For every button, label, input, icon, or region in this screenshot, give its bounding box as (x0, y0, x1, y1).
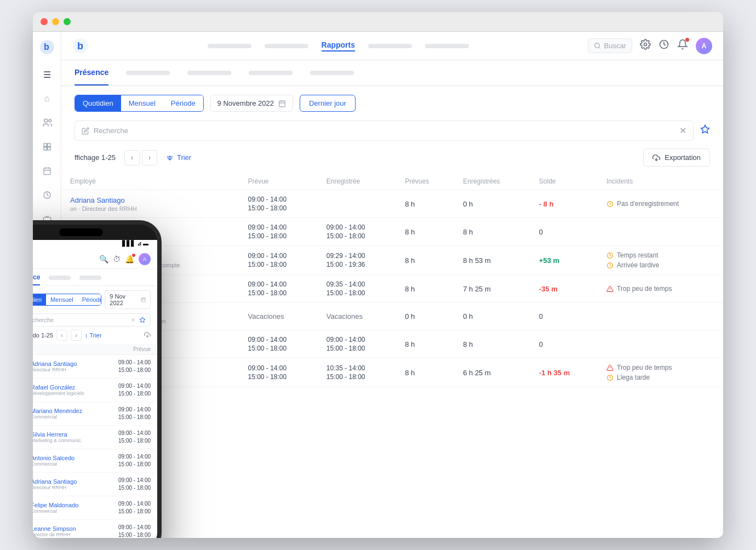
incident-item: Temps restant (606, 251, 714, 259)
sort-icon (166, 154, 174, 162)
phone-date-value: 9 Nov 2022 (110, 293, 138, 306)
phone-signal: ▋▋▋ ⊿ ▬ (122, 240, 148, 247)
user-avatar[interactable]: A (696, 38, 712, 54)
prevue-times: 09:00 - 14:0015:00 - 18:00 (248, 364, 308, 381)
incident-text: Trop peu de temps (617, 364, 672, 371)
search-field[interactable]: Recherche ✕ (75, 121, 694, 141)
svg-marker-27 (701, 125, 709, 133)
sidebar-item-home[interactable]: ⌂ (37, 89, 57, 108)
timer-icon[interactable] (658, 39, 669, 53)
date-picker[interactable]: 9 Novembre 2022 (210, 95, 293, 112)
phone-prev-button[interactable]: ‹ (56, 330, 67, 341)
incident-item: Arrivée tardive (606, 261, 714, 269)
nav-link-rapports[interactable]: Rapports (322, 41, 355, 51)
phone-tab-presence[interactable]: Présence (33, 273, 40, 285)
phone-date-picker[interactable]: 9 Nov 2022 (105, 290, 151, 309)
phone-notification-icon[interactable]: 🔔 (125, 255, 134, 263)
phone-list-item[interactable]: AS Antonio Salcedo Commercial 09:00 - 14… (33, 449, 157, 473)
vacation-label: Vacaciones (248, 312, 284, 320)
export-button[interactable]: Exportation (643, 148, 710, 167)
solde-cell: - 8 h (530, 190, 598, 218)
nav-right: Buscar A (588, 38, 712, 54)
notifications-icon[interactable] (677, 39, 688, 53)
sidebar-item-grid[interactable] (37, 137, 57, 157)
phone-avatar[interactable]: A (139, 253, 151, 265)
search-box[interactable]: Buscar (588, 38, 632, 53)
sidebar-item-timer[interactable] (37, 185, 57, 205)
svg-rect-4 (44, 144, 47, 146)
phone-filter-quotidien[interactable]: Quotidien (33, 294, 46, 305)
last-day-button[interactable]: Dernier jour (300, 95, 356, 112)
phone-row-name: Adriana Santiago (33, 478, 114, 485)
incident-list: Pas d'enregistrement (606, 200, 714, 208)
clock-warning-icon (606, 374, 614, 381)
phone-search-text: Recherche (33, 317, 127, 323)
sort-button[interactable]: Trier (166, 153, 191, 162)
phone-search-row[interactable]: Recherche (33, 313, 151, 326)
minimize-dot[interactable] (52, 18, 59, 25)
incident-item: Llega tarde (606, 374, 714, 381)
svg-rect-6 (44, 147, 47, 150)
col-enregistree: Enregistrée (318, 173, 396, 190)
phone-star-icon[interactable] (139, 317, 146, 323)
svg-point-2 (44, 119, 47, 122)
phone-list-item[interactable]: AS Adriana Santiago Directeur RRHH 09:00… (33, 355, 157, 379)
phone-sort-button[interactable]: ↕ Trier (85, 332, 102, 339)
sidebar-item-calendar[interactable] (37, 161, 57, 181)
sort-label: Trier (177, 153, 191, 162)
phone-row-time: 09:00 - 14:0015:00 - 18:00 (118, 406, 151, 421)
phone-list-item[interactable]: LS Leanne Simpson Director de RRHH 09:00… (33, 520, 157, 538)
next-page-button[interactable]: › (142, 150, 157, 165)
incidents-cell: Temps restantArrivée tardive (598, 246, 723, 275)
phone-row-name: Antonio Salcedo (33, 455, 114, 461)
solde-value: -1 h 35 m (539, 369, 570, 377)
solde-value: -35 m (539, 285, 558, 293)
filter-quotidien[interactable]: Quotidien (75, 95, 121, 111)
sidebar-item-users[interactable] (37, 113, 57, 133)
phone-export-icon[interactable] (144, 331, 151, 338)
svg-point-3 (49, 119, 51, 122)
phone-list-item[interactable]: RG Rafael González Développement logicie… (33, 379, 157, 402)
phone-list-item[interactable]: AS Adriana Santiago Directeur RRHH 09:00… (33, 473, 157, 496)
table-row: Adriana Santiagoon · Directeur des RRHH0… (61, 190, 723, 218)
phone-row-name: Silvia Herrera (33, 431, 114, 438)
prevue-cell: 09:00 - 14:0015:00 - 18:00 (239, 218, 317, 246)
tab-placeholder-2 (187, 71, 231, 75)
incident-item: Pas d'enregistrement (606, 200, 714, 208)
star-button[interactable] (700, 124, 710, 137)
employee-name[interactable]: Adriana Santiago (70, 196, 230, 204)
filter-mensuel[interactable]: Mensuel (121, 95, 163, 111)
search-clear-icon[interactable]: ✕ (679, 125, 686, 136)
enregistree-times: 09:00 - 14:0015:00 - 18:00 (327, 336, 387, 352)
solde-value: 0 (539, 340, 543, 348)
phone-timer-icon[interactable]: ⏱ (113, 255, 121, 263)
settings-icon[interactable] (640, 39, 651, 53)
filter-periode[interactable]: Période (163, 95, 203, 111)
phone-clear-icon[interactable] (130, 317, 136, 323)
solde-cell: +53 m (530, 246, 598, 275)
phone-list-item[interactable]: SH Silvia Herrera Marketing & communic. … (33, 426, 157, 449)
phone-list-item[interactable]: MM Mariano Menéndez Commercial 09:00 - 1… (33, 402, 157, 426)
phone-row-time: 09:00 - 14:0015:00 - 18:00 (118, 524, 151, 538)
solde-value: 0 (539, 312, 543, 320)
svg-text:b: b (77, 41, 83, 51)
phone-filter-periode[interactable]: Période (78, 294, 102, 305)
incident-text: Arrivée tardive (617, 261, 659, 269)
expand-dot[interactable] (64, 18, 71, 25)
col-incidents: Incidents (598, 173, 723, 190)
phone-showing-text: Mostrando 1-25 (33, 332, 53, 339)
sidebar-item-menu[interactable]: ☰ (37, 65, 57, 84)
svg-point-19 (594, 43, 599, 48)
prevues-cell: 8 h (396, 246, 454, 275)
close-dot[interactable] (41, 18, 48, 25)
phone-filter-mensuel[interactable]: Mensuel (46, 294, 78, 305)
phone-next-button[interactable]: › (71, 330, 82, 341)
tab-presence[interactable]: Présence (75, 60, 108, 85)
prev-page-button[interactable]: ‹ (124, 150, 140, 165)
clock-icon (606, 252, 614, 259)
prevue-times: 09:00 - 14:0015:00 - 18:00 (248, 196, 308, 212)
phone-search-icon[interactable]: 🔍 (99, 255, 108, 263)
phone-list-item[interactable]: FM Felipe Maldonado Commercial 09:00 - 1… (33, 496, 157, 520)
enregistree-cell: 09:00 - 14:0015:00 - 18:00 (318, 218, 396, 246)
incidents-cell (598, 303, 723, 330)
